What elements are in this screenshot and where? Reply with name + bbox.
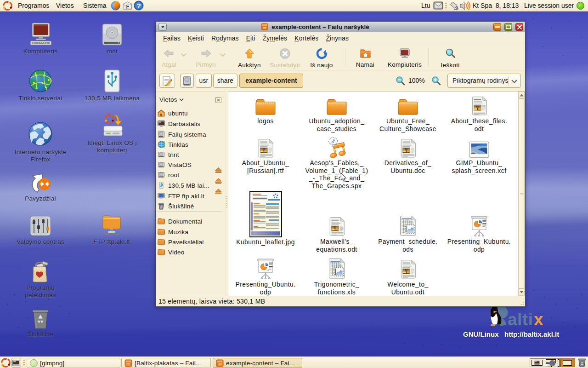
svg-text:?: ?	[136, 2, 141, 10]
svg-text:alti: alti	[508, 310, 533, 328]
svg-text:x: x	[534, 310, 543, 328]
